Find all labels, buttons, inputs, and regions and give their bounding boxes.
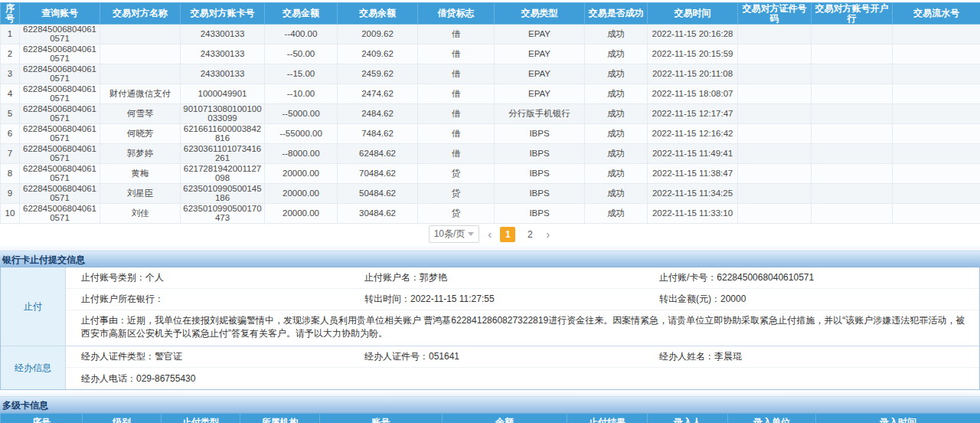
field-label: 转出金额(元)： — [659, 293, 720, 304]
transactions-header-row: 序号 查询账号 交易对方名称 交易对方账卡号 交易金额 交易余额 借贷标志 交易… — [1, 3, 980, 25]
cell-query-account: 6228450068040610571 — [20, 25, 100, 44]
cell-transaction-type: IBPS — [495, 144, 585, 164]
field-value: 20000 — [720, 293, 746, 304]
cell-debit-credit-flag: 借 — [418, 84, 495, 104]
cell-counterparty-bank — [812, 104, 893, 124]
section-gap — [0, 244, 980, 251]
multi-level-cards-table: 序号 级别 止付类型 所属机构 账号 余额 止付结果 录入人 录入单位 录入时间… — [0, 413, 980, 423]
cell-counterparty-name: 刘佳 — [100, 204, 181, 224]
cell-serial-no — [893, 84, 980, 104]
cell-query-account: 6228450068040610571 — [20, 84, 100, 104]
cell-seq: 4 — [1, 84, 20, 104]
field-value: 个人 — [145, 272, 164, 283]
field-value: 郭梦艳 — [420, 272, 447, 283]
cell-transaction-time: 2022-11-15 20:11:08 — [648, 64, 738, 84]
cell-counterparty-id — [738, 25, 812, 44]
cell-counterparty-id — [738, 184, 812, 204]
table-row[interactable]: 1 6228450068040610571 243300133 --400.00… — [1, 25, 980, 44]
cell-transaction-time: 2022-11-15 12:16:42 — [648, 124, 738, 144]
table-row[interactable]: 7 6228450068040610571 郭梦婷 62303611010734… — [1, 144, 980, 164]
cell-success-status: 成功 — [585, 204, 648, 224]
cell-balance: 2009.62 — [338, 25, 418, 44]
cell-counterparty-card: 6216611600003842816 — [181, 124, 265, 144]
table-row[interactable]: 2 6228450068040610571 243300133 --50.00 … — [1, 44, 980, 64]
cell-debit-credit-flag: 借 — [418, 25, 495, 44]
col-header-balance: 交易余额 — [338, 3, 418, 25]
cell-serial-no — [893, 44, 980, 64]
col-header-level: 级别 — [83, 414, 162, 423]
cell-query-account: 6228450068040610571 — [20, 204, 100, 224]
col-header-entry-person: 录入人 — [648, 414, 728, 423]
table-row[interactable]: 6 6228450068040610571 何晓芳 62166116000038… — [1, 124, 980, 144]
table-row[interactable]: 4 6228450068040610571 财付通微信支付 1000049901… — [1, 84, 980, 104]
cell-counterparty-card: 9010713080100100033099 — [181, 104, 265, 124]
cell-counterparty-name: 刘星臣 — [100, 184, 181, 204]
col-header-transaction-time: 交易时间 — [648, 3, 738, 25]
cell-success-status: 成功 — [585, 184, 648, 204]
table-row[interactable]: 5 6228450068040610571 何雪琴 90107130801001… — [1, 104, 980, 124]
col-header-query-account: 查询账号 — [20, 3, 100, 25]
cell-serial-no — [893, 144, 980, 164]
table-row[interactable]: 8 6228450068040610571 黄梅 621728194200112… — [1, 164, 980, 184]
cell-query-account: 6228450068040610571 — [20, 124, 100, 144]
cell-counterparty-name: 财付通微信支付 — [100, 84, 181, 104]
cell-debit-credit-flag: 贷 — [418, 204, 495, 224]
col-header-stop-result: 止付结果 — [567, 414, 648, 423]
cell-counterparty-id — [738, 104, 812, 124]
cell-counterparty-name: 何晓芳 — [100, 124, 181, 144]
cell-counterparty-name — [100, 25, 181, 44]
cell-serial-no — [893, 64, 980, 84]
cell-serial-no — [893, 164, 980, 184]
cell-amount: 20000.00 — [265, 204, 338, 224]
cell-success-status: 成功 — [585, 25, 648, 44]
cell-counterparty-bank — [812, 204, 893, 224]
cell-counterparty-bank — [812, 144, 893, 164]
cell-debit-credit-flag: 贷 — [418, 184, 495, 204]
operator-info-group: 经办信息 经办人证件类型：警官证 经办人证件号：051641 经办人姓名：李晨琨… — [1, 346, 979, 389]
prev-page-button[interactable]: ‹ — [486, 228, 493, 241]
page-button-1[interactable]: 1 — [500, 227, 515, 242]
cell-seq: 8 — [1, 164, 20, 184]
cell-counterparty-card: 6235010990500145186 — [181, 184, 265, 204]
col-header-counterparty-name: 交易对方名称 — [100, 3, 181, 25]
next-page-button[interactable]: › — [544, 228, 551, 241]
cell-success-status: 成功 — [585, 164, 648, 184]
cell-success-status: 成功 — [585, 104, 648, 124]
col-header-serial-no: 交易流水号 — [893, 3, 980, 25]
stop-payment-section-title: 银行卡止付提交信息 — [0, 251, 980, 267]
field-value: 051641 — [429, 351, 459, 362]
cell-transaction-type: IBPS — [495, 164, 585, 184]
col-header-entry-time: 录入时间 — [816, 414, 980, 423]
cell-balance: 7484.62 — [338, 124, 418, 144]
cell-transaction-time: 2022-11-15 12:17:47 — [648, 104, 738, 124]
field-label: 经办人证件号： — [364, 351, 429, 362]
cell-transaction-type: EPAY — [495, 84, 585, 104]
table-row[interactable]: 10 6228450068040610571 刘佳 62350109905001… — [1, 204, 980, 224]
cell-balance: 30484.62 — [338, 204, 418, 224]
cell-amount: --55000.00 — [265, 124, 338, 144]
cell-debit-credit-flag: 借 — [418, 144, 495, 164]
page-size-select[interactable]: 10条/页 — [429, 225, 480, 243]
field-label: 止付事由： — [81, 315, 127, 326]
col-header-org: 所属机构 — [240, 414, 320, 423]
field-transfer-time: 转出时间：2022-11-15 11:27:55 — [364, 293, 659, 306]
cell-serial-no — [893, 124, 980, 144]
field-value: 6228450068040610571 — [717, 272, 814, 283]
cell-counterparty-bank — [812, 164, 893, 184]
cell-counterparty-id — [738, 44, 812, 64]
group-label-operator-info: 经办信息 — [1, 346, 66, 389]
cell-success-status: 成功 — [585, 64, 648, 84]
cell-transaction-time: 2022-11-15 11:38:47 — [648, 164, 738, 184]
cell-query-account: 6228450068040610571 — [20, 44, 100, 64]
cell-amount: --15.00 — [265, 64, 338, 84]
cell-counterparty-bank — [812, 84, 893, 104]
table-row[interactable]: 9 6228450068040610571 刘星臣 62350109905001… — [1, 184, 980, 204]
col-header-success: 交易是否成功 — [585, 3, 648, 25]
col-header-seq: 序号 — [1, 414, 83, 423]
cell-counterparty-id — [738, 64, 812, 84]
pagination: 10条/页 ‹ 1 2 › — [0, 224, 980, 244]
col-header-stop-type: 止付类型 — [162, 414, 240, 423]
cell-query-account: 6228450068040610571 — [20, 164, 100, 184]
table-row[interactable]: 3 6228450068040610571 243300133 --15.00 … — [1, 64, 980, 84]
page-button-2[interactable]: 2 — [522, 227, 537, 242]
